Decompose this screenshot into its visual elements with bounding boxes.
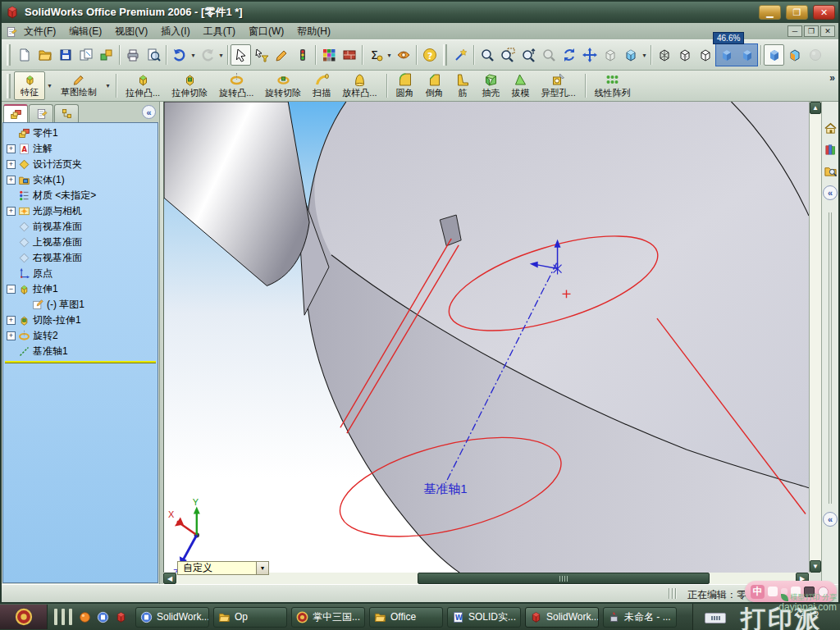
- menu-edit[interactable]: 编辑(E): [62, 23, 108, 40]
- taskbar-button-op-folder[interactable]: Op: [213, 607, 287, 628]
- close-button[interactable]: ✕: [813, 5, 835, 20]
- expand-toggle[interactable]: [7, 160, 16, 169]
- expand-toggle[interactable]: [7, 176, 16, 185]
- tree-item-part-root[interactable]: 零件1: [5, 126, 156, 141]
- rx-button[interactable]: [393, 44, 413, 66]
- toolbar-grip[interactable]: [7, 44, 11, 66]
- shaded-button[interactable]: [764, 44, 784, 66]
- pan-button[interactable]: [579, 44, 600, 66]
- sketch-dropdown[interactable]: ▾: [103, 71, 112, 100]
- taskbar-button-solidworks-doc[interactable]: SolidWork...: [135, 607, 209, 628]
- measure-button[interactable]: [365, 44, 386, 66]
- menu-view[interactable]: 视图(V): [108, 23, 154, 40]
- help-button[interactable]: [419, 44, 440, 66]
- shadows-button[interactable]: [737, 44, 757, 66]
- panel-overflow-button[interactable]: «: [142, 105, 156, 119]
- taskbar-button-untitled-paint[interactable]: 未命名 - ...: [603, 607, 677, 628]
- save-button[interactable]: [55, 44, 75, 66]
- horizontal-scroll-thumb[interactable]: [418, 573, 710, 584]
- ime-chinese-toggle[interactable]: 中: [751, 585, 765, 599]
- make-assembly-button[interactable]: [96, 44, 116, 66]
- make-drawing-button[interactable]: [75, 44, 96, 66]
- tab-property-manager[interactable]: [29, 104, 53, 122]
- linear-pattern-button[interactable]: 线性阵列: [589, 71, 637, 100]
- new-button[interactable]: [14, 44, 34, 66]
- home-icon[interactable]: [824, 121, 838, 135]
- design-library-icon[interactable]: [824, 143, 838, 157]
- collapse-toggle[interactable]: [7, 285, 16, 294]
- tree-item-cut-extrude1[interactable]: 切除-拉伸1: [5, 313, 156, 328]
- shell-button[interactable]: 抽壳: [477, 71, 506, 100]
- menu-help[interactable]: 帮助(H): [290, 23, 337, 40]
- quick-launch-doc-icon[interactable]: [97, 611, 109, 623]
- rib-button[interactable]: 筋: [450, 71, 477, 100]
- collapse-task-pane-button[interactable]: «: [823, 185, 838, 200]
- zoom-fit-button[interactable]: [477, 44, 497, 66]
- revolved-boss-button[interactable]: 旋转凸...: [213, 71, 259, 100]
- taskbar-button-word-doc[interactable]: SOLID实...: [447, 607, 521, 628]
- quick-launch-orange-icon[interactable]: [79, 611, 91, 623]
- menu-window[interactable]: 窗口(W): [242, 23, 290, 40]
- open-button[interactable]: [34, 44, 55, 66]
- curvature-button[interactable]: [805, 44, 825, 66]
- extruded-boss-button[interactable]: 拉伸凸...: [120, 71, 166, 100]
- print-preview-button[interactable]: [143, 44, 163, 66]
- standard-views-button[interactable]: [600, 44, 620, 66]
- tree-item-right-plane[interactable]: 右视基准面: [5, 250, 156, 266]
- tree-item-axis1[interactable]: 基准轴1: [5, 344, 156, 359]
- expand-toggle[interactable]: [7, 144, 16, 153]
- revolved-cut-button[interactable]: 旋转切除: [259, 71, 307, 100]
- redo-dropdown[interactable]: ▾: [217, 44, 225, 66]
- extruded-cut-button[interactable]: 拉伸切除: [166, 71, 213, 100]
- view-orientation-button[interactable]: [620, 44, 641, 66]
- tree-item-sketch1[interactable]: (-) 草图1: [5, 297, 156, 313]
- features-dropdown[interactable]: ▾: [45, 71, 54, 100]
- hidden-lines-visible-button[interactable]: [674, 44, 695, 66]
- print-button[interactable]: [122, 44, 143, 66]
- toolbar-overflow-button[interactable]: »: [829, 72, 835, 84]
- vertical-scroll-track[interactable]: [810, 114, 821, 560]
- taskbar-button-game[interactable]: 掌中三国...: [291, 607, 365, 628]
- view-selector-combo[interactable]: 自定义 ▾: [177, 561, 269, 575]
- expand-toggle[interactable]: [7, 331, 16, 340]
- edit-texture-button[interactable]: [339, 44, 359, 66]
- section-view-button[interactable]: [784, 44, 805, 66]
- undo-button[interactable]: [169, 44, 189, 66]
- rotate-view-button[interactable]: [559, 44, 579, 66]
- tree-item-design-binder[interactable]: 设计活页夹: [5, 157, 156, 172]
- mdi-restore-button[interactable]: ❐: [804, 25, 819, 37]
- scroll-up-button[interactable]: ▲: [810, 102, 821, 114]
- taskbar-button-office-folder[interactable]: Office: [369, 607, 443, 628]
- quick-launch-grip[interactable]: [54, 609, 72, 625]
- select-button[interactable]: [231, 44, 251, 66]
- tab-feature-manager[interactable]: [3, 104, 28, 122]
- file-explorer-icon[interactable]: [824, 164, 838, 178]
- check-sketch-button[interactable]: [450, 44, 471, 66]
- tree-item-revolve2[interactable]: 旋转2: [5, 328, 156, 344]
- start-button[interactable]: [0, 605, 48, 629]
- tree-item-origin[interactable]: 原点: [5, 266, 156, 281]
- loft-button[interactable]: 放样凸...: [336, 71, 382, 100]
- features-tab-button[interactable]: 特征: [14, 71, 45, 100]
- tree-item-lights-cameras[interactable]: 光源与相机: [5, 203, 156, 219]
- title-bar[interactable]: SolidWorks Office Premium 2006 - [零件1 *]…: [2, 2, 838, 23]
- menu-insert[interactable]: 插入(I): [154, 23, 196, 40]
- sweep-button[interactable]: 扫描: [307, 71, 336, 100]
- toolbar-grip[interactable]: [443, 44, 447, 66]
- sketch-button[interactable]: [272, 44, 292, 66]
- expand-toggle[interactable]: [7, 207, 16, 216]
- graphics-viewport[interactable]: 基准轴1 X Y Z 自: [163, 102, 809, 573]
- menu-tools[interactable]: 工具(T): [197, 23, 242, 40]
- hole-wizard-button[interactable]: 异型孔...: [536, 71, 582, 100]
- rollback-bar[interactable]: [5, 361, 156, 363]
- undo-dropdown[interactable]: ▾: [189, 44, 197, 66]
- expand-toggle[interactable]: [7, 316, 16, 325]
- scroll-left-button[interactable]: ◀: [163, 573, 176, 584]
- zoom-inout-button[interactable]: [518, 44, 538, 66]
- menu-file[interactable]: 文件(F): [17, 23, 62, 40]
- mdi-close-button[interactable]: ✕: [820, 25, 835, 37]
- hidden-lines-removed-button[interactable]: [695, 44, 715, 66]
- view-selector-dropdown[interactable]: ▾: [256, 562, 268, 574]
- zoom-area-button[interactable]: [497, 44, 518, 66]
- toolbar-grip[interactable]: [7, 74, 11, 98]
